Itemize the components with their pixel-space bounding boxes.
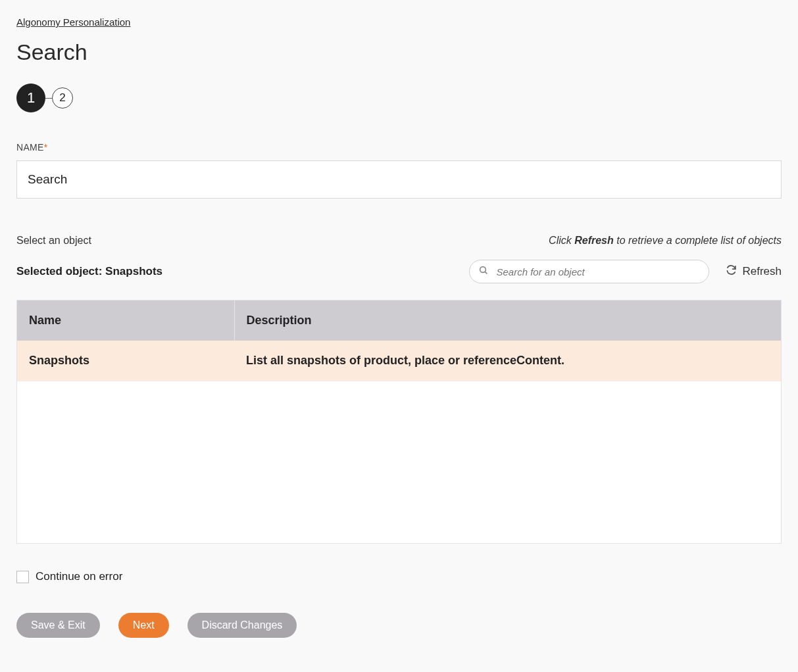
row-name: Snapshots [17, 341, 234, 381]
refresh-label: Refresh [742, 265, 782, 278]
step-connector [45, 98, 52, 99]
save-exit-button[interactable]: Save & Exit [16, 613, 100, 638]
next-button[interactable]: Next [118, 613, 169, 638]
selected-object-label: Selected object: Snapshots [16, 265, 162, 278]
footer-actions: Save & Exit Next Discard Changes [16, 613, 782, 638]
page-title: Search [16, 39, 782, 65]
search-object-box [469, 260, 709, 283]
discard-changes-button[interactable]: Discard Changes [187, 613, 297, 638]
select-object-label: Select an object [16, 235, 91, 247]
refresh-icon [726, 264, 737, 279]
required-asterisk: * [44, 142, 48, 153]
row-description: List all snapshots of product, place or … [234, 341, 781, 381]
step-2[interactable]: 2 [52, 87, 73, 108]
svg-point-0 [480, 267, 486, 273]
search-icon [478, 265, 489, 278]
name-label: NAME* [16, 142, 782, 153]
object-table: Name Description Snapshots List all snap… [16, 300, 782, 544]
breadcrumb-link[interactable]: Algonomy Personalization [16, 16, 130, 28]
refresh-button[interactable]: Refresh [726, 264, 782, 279]
name-input[interactable] [16, 160, 782, 199]
search-object-input[interactable] [469, 260, 709, 283]
continue-on-error-checkbox[interactable] [16, 571, 29, 583]
col-description-header[interactable]: Description [234, 300, 781, 341]
continue-on-error-label[interactable]: Continue on error [36, 570, 122, 583]
table-row[interactable]: Snapshots List all snapshots of product,… [17, 341, 781, 381]
refresh-hint: Click Refresh to retrieve a complete lis… [549, 235, 782, 247]
step-1[interactable]: 1 [16, 84, 45, 112]
col-name-header[interactable]: Name [17, 300, 234, 341]
svg-line-1 [486, 272, 487, 274]
stepper: 1 2 [16, 84, 782, 112]
